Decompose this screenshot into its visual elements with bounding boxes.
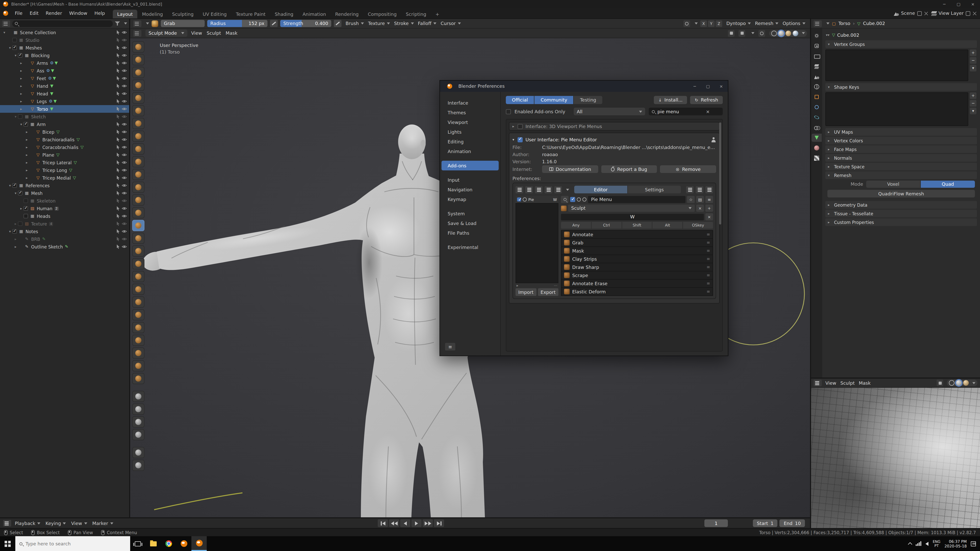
disclosure-icon[interactable] [19, 92, 24, 96]
new-view-layer-button[interactable] [966, 11, 970, 16]
category-dropdown[interactable]: All [574, 108, 645, 115]
selectable-toggle-icon[interactable] [116, 183, 120, 188]
expand-icon[interactable]: ▸ [517, 284, 518, 288]
outliner-row[interactable]: Plane [0, 151, 129, 159]
gear-icon[interactable] [696, 186, 703, 193]
sculpt-tool-button[interactable] [132, 373, 145, 384]
copy-icon[interactable]: ▤ [696, 196, 704, 203]
visibility-eye-icon[interactable] [121, 46, 127, 49]
visibility-eye-icon[interactable] [121, 122, 127, 126]
panel-normals[interactable]: ▸Normals [825, 154, 977, 162]
sculpt-tool-button[interactable] [132, 360, 145, 372]
breadcrumb-data[interactable]: Cube.002 [863, 21, 885, 26]
sort-icon[interactable] [535, 186, 542, 193]
properties-dropdown-icon[interactable] [826, 22, 829, 24]
overlays-toggle-icon[interactable] [738, 30, 745, 37]
tool-panel-dropdown[interactable]: Brush [344, 21, 366, 26]
drag-handle-icon[interactable]: ≡ [707, 232, 710, 237]
breadcrumb-object[interactable]: Torso [838, 21, 850, 26]
modifier-key-toggle[interactable]: Ctrl [592, 222, 622, 229]
sculpt-tool-button[interactable] [132, 105, 145, 116]
preferences-nav-item[interactable]: Themes [442, 108, 499, 118]
visibility-eye-icon[interactable] [121, 100, 127, 103]
workspace-tab[interactable]: Texture Paint [231, 10, 270, 18]
visibility-eye-icon[interactable] [121, 199, 127, 203]
pie-slot-row[interactable]: Scrape ≡ [562, 272, 713, 279]
sculpt-tool-button[interactable] [132, 220, 145, 231]
add-shape-key-button[interactable]: + [970, 92, 977, 99]
orientation-dropdown-icon[interactable] [695, 22, 698, 24]
editor-tab[interactable]: Editor [574, 186, 628, 193]
drag-handle-icon[interactable]: ≡ [707, 289, 710, 294]
sculpt-tool-button[interactable] [132, 245, 145, 257]
sculpt-tool-button[interactable] [132, 118, 145, 129]
addon-collapsed-row[interactable]: ▸ Interface: 3D Viewport Pie Menus [509, 122, 720, 130]
properties-tab[interactable] [811, 124, 822, 132]
unlink-scene-button[interactable] [924, 11, 928, 16]
disclosure-icon[interactable] [24, 153, 29, 157]
close-button[interactable]: × [966, 0, 980, 8]
visibility-eye-icon[interactable] [121, 191, 127, 195]
sculpt-tool-button[interactable] [132, 207, 145, 218]
visibility-eye-icon[interactable] [121, 115, 127, 118]
visibility-eye-icon[interactable] [121, 206, 127, 210]
preferences-nav-item[interactable]: Keymap [442, 194, 499, 204]
remesh-quad-option[interactable]: Quad [921, 181, 975, 188]
collection-checkbox[interactable] [24, 122, 28, 127]
tools-icon[interactable] [705, 186, 713, 193]
timeline-menu-item[interactable]: Marker [92, 521, 113, 526]
blender-menu-icon[interactable] [3, 11, 8, 16]
secondary-viewport-canvas[interactable] [811, 388, 980, 528]
disclosure-icon[interactable] [13, 237, 18, 241]
collection-checkbox[interactable] [12, 229, 17, 233]
frame-start-field[interactable]: Start1 [752, 519, 777, 527]
outliner-row[interactable]: Outline Sketch [0, 243, 129, 251]
panel-vertex-colors[interactable]: ▸Vertex Colors [825, 137, 977, 144]
datablock-name[interactable]: Cube.002 [837, 32, 859, 38]
tool-dropdown-icon[interactable] [146, 22, 149, 24]
sculpt-tool-button[interactable] [132, 182, 145, 193]
selectable-toggle-icon[interactable] [116, 53, 120, 58]
outliner-search-input[interactable] [20, 21, 81, 26]
vertex-groups-list[interactable] [825, 49, 968, 81]
visibility-eye-icon[interactable] [121, 145, 127, 149]
prefs-minimize-button[interactable]: ─ [688, 81, 701, 92]
menu-options-icon[interactable]: ≡ [705, 196, 713, 203]
outliner-row[interactable]: Heads [0, 212, 129, 220]
disclosure-icon[interactable] [19, 99, 24, 103]
pie-menus-list[interactable] [515, 203, 558, 283]
disclosure-icon[interactable] [8, 229, 12, 233]
selectable-toggle-icon[interactable] [116, 191, 120, 195]
mode-selector[interactable]: Sculpt Mode [145, 30, 187, 37]
visibility-eye-icon[interactable] [121, 107, 127, 111]
panel-uv-maps[interactable]: ▸UV Maps [825, 128, 977, 136]
workspace-tab[interactable]: Compositing [363, 10, 401, 18]
text-filter-icon[interactable] [545, 186, 552, 193]
selectable-toggle-icon[interactable] [116, 214, 120, 218]
radius-slider[interactable]: Radius 152 px [207, 20, 267, 27]
timeline-menu-item[interactable]: Keying [45, 521, 66, 526]
visibility-eye-icon[interactable] [121, 222, 127, 225]
disclosure-icon[interactable] [2, 30, 6, 35]
jump-to-end-button[interactable] [434, 519, 444, 527]
panel-shape-keys[interactable]: ▾Shape Keys [825, 83, 977, 91]
properties-tab[interactable] [811, 83, 822, 91]
prefs-maximize-button[interactable]: ▢ [701, 81, 714, 92]
view-layer-selector[interactable]: View Layer [931, 11, 977, 16]
collection-checkbox[interactable] [18, 114, 22, 119]
visibility-eye-icon[interactable] [121, 168, 127, 172]
workspace-tab[interactable]: Shading [270, 10, 298, 18]
drag-handle-icon[interactable]: ≡ [707, 257, 710, 261]
sculpt-tool-button[interactable] [132, 41, 145, 52]
keymap-mode-dropdown[interactable]: Sculpt [568, 205, 695, 212]
settings-tab[interactable]: Settings [628, 186, 681, 193]
preferences-nav-item[interactable]: Input [442, 175, 499, 185]
visibility-eye-icon[interactable] [121, 184, 127, 187]
taskbar-search-input[interactable] [25, 541, 112, 546]
outliner-row[interactable]: Arms [0, 59, 129, 67]
panel-custom-properties[interactable]: ▸Custom Properties [825, 218, 977, 226]
disclosure-icon[interactable] [24, 145, 29, 149]
disclosure-icon[interactable] [19, 76, 24, 80]
outliner-row[interactable]: Ass [0, 67, 129, 75]
outliner-row[interactable]: Bicep [0, 128, 129, 136]
